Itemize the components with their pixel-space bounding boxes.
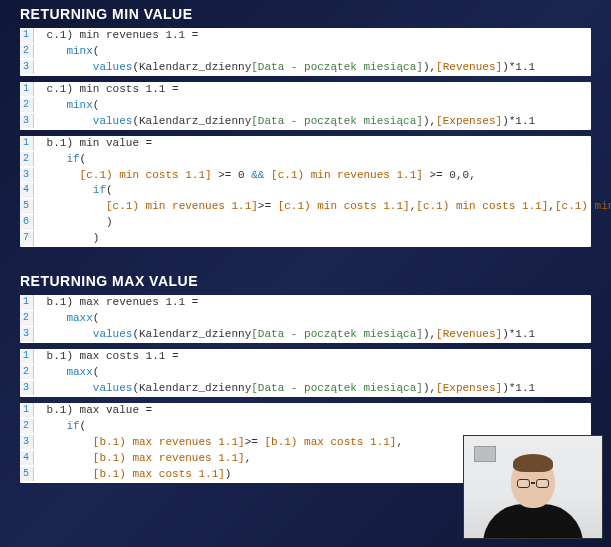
token-kw: && xyxy=(251,169,264,181)
token-fn: values xyxy=(93,328,133,340)
token-fn: minx xyxy=(66,45,92,57)
line-number: 3 xyxy=(20,327,34,342)
code-line: 4 if( xyxy=(20,183,591,199)
token-ref: [c.1) min costs 1.1] xyxy=(80,169,212,181)
line-number: 2 xyxy=(20,419,34,434)
token-ref: [Revenues] xyxy=(436,61,502,73)
token-num: 1.1 xyxy=(515,61,535,73)
code-line: 2 maxx( xyxy=(20,365,591,381)
line-number: 1 xyxy=(20,295,34,310)
token-fn: maxx xyxy=(66,312,92,324)
token-col: [Data - początek miesiąca] xyxy=(251,115,423,127)
code-content: values(Kalendarz_dzienny[Data - początek… xyxy=(34,381,535,397)
token-fn: if xyxy=(66,420,79,432)
code-content: b.1) max costs 1.1 = xyxy=(34,349,185,365)
min-section: 1 c.1) min revenues 1.1 = 2 minx(3 value… xyxy=(0,28,611,247)
webcam-overlay xyxy=(463,435,603,539)
code-line: 6 ) xyxy=(20,215,591,231)
code-line: 1 b.1) max revenues 1.1 = xyxy=(20,295,591,311)
code-content: [b.1) max revenues 1.1]>= [b.1) max cost… xyxy=(34,435,403,451)
token-ref: [c.1) min costs 1.1] xyxy=(278,200,410,212)
code-line: 2 minx( xyxy=(20,44,591,60)
code-content: c.1) min revenues 1.1 = xyxy=(34,28,205,44)
token-ref: [Expenses] xyxy=(436,382,502,394)
code-content: [c.1) min costs 1.1] >= 0 && [c.1) min r… xyxy=(34,168,476,184)
section-title-max: RETURNING MAX VALUE xyxy=(0,267,611,295)
token-col: [Data - początek miesiąca] xyxy=(251,61,423,73)
code-line: 2 if( xyxy=(20,419,591,435)
code-content: values(Kalendarz_dzienny[Data - początek… xyxy=(34,60,535,76)
code-content: [b.1) max revenues 1.1], xyxy=(34,451,251,467)
line-number: 3 xyxy=(20,381,34,396)
code-line: 1 b.1) min value = xyxy=(20,136,591,152)
token-ref: [Expenses] xyxy=(436,115,502,127)
code-content: ) xyxy=(34,215,113,231)
code-line: 3 values(Kalendarz_dzienny[Data - począt… xyxy=(20,381,591,397)
code-line: 1 b.1) max value = xyxy=(20,403,591,419)
token-fn: values xyxy=(93,382,133,394)
code-line: 2 if( xyxy=(20,152,591,168)
code-line: 3 values(Kalendarz_dzienny[Data - począt… xyxy=(20,114,591,130)
token-num: 0 xyxy=(463,169,470,181)
code-line: 2 maxx( xyxy=(20,311,591,327)
code-line: 7 ) xyxy=(20,231,591,247)
token-fn: minx xyxy=(66,99,92,111)
line-number: 4 xyxy=(20,451,34,466)
code-content: [b.1) max costs 1.1]) xyxy=(34,467,231,483)
code-content: maxx( xyxy=(34,365,99,381)
token-ref: [b.1) max revenues 1.1] xyxy=(93,452,245,464)
line-number: 7 xyxy=(20,231,34,246)
code-content: if( xyxy=(34,419,86,435)
code-line: 5 [c.1) min revenues 1.1]>= [c.1) min co… xyxy=(20,199,591,215)
token-ref: [c.1) min costs 1.1] xyxy=(416,200,548,212)
token-ref: [c.1) min revenues 1.1] xyxy=(271,169,423,181)
code-content: if( xyxy=(34,183,113,199)
token-ref: [Revenues] xyxy=(436,328,502,340)
code-block: 1 b.1) min value = 2 if(3 [c.1) min cost… xyxy=(20,136,591,248)
line-number: 4 xyxy=(20,183,34,198)
token-ref: [b.1) max costs 1.1] xyxy=(93,468,225,480)
presenter xyxy=(478,456,588,539)
line-number: 1 xyxy=(20,82,34,97)
line-number: 3 xyxy=(20,435,34,450)
line-number: 2 xyxy=(20,44,34,59)
line-number: 2 xyxy=(20,365,34,380)
code-line: 2 minx( xyxy=(20,98,591,114)
code-line: 1 b.1) max costs 1.1 = xyxy=(20,349,591,365)
token-fn: values xyxy=(93,115,133,127)
code-block: 1 b.1) max revenues 1.1 = 2 maxx(3 value… xyxy=(20,295,591,343)
line-number: 1 xyxy=(20,28,34,43)
code-block: 1 b.1) max costs 1.1 = 2 maxx(3 values(K… xyxy=(20,349,591,397)
line-number: 2 xyxy=(20,98,34,113)
line-number: 1 xyxy=(20,349,34,364)
line-number: 3 xyxy=(20,168,34,183)
token-ref: [c.1) min revenues 1.1] xyxy=(555,200,611,212)
line-number: 6 xyxy=(20,215,34,230)
code-content: maxx( xyxy=(34,311,99,327)
token-num: 0 xyxy=(449,169,456,181)
line-number: 2 xyxy=(20,152,34,167)
code-block: 1 c.1) min revenues 1.1 = 2 minx(3 value… xyxy=(20,28,591,76)
token-fn: if xyxy=(66,153,79,165)
line-number: 5 xyxy=(20,199,34,214)
code-line: 1 c.1) min revenues 1.1 = xyxy=(20,28,591,44)
line-number: 3 xyxy=(20,114,34,129)
token-fn: maxx xyxy=(66,366,92,378)
token-col: [Data - początek miesiąca] xyxy=(251,382,423,394)
line-number: 5 xyxy=(20,467,34,482)
token-fn: if xyxy=(93,184,106,196)
code-content: c.1) min costs 1.1 = xyxy=(34,82,185,98)
token-num: 1.1 xyxy=(515,115,535,127)
code-content: b.1) min value = xyxy=(34,136,159,152)
line-number: 3 xyxy=(20,60,34,75)
token-ref: [c.1) min revenues 1.1] xyxy=(106,200,258,212)
code-content: minx( xyxy=(34,44,99,60)
token-num: 1.1 xyxy=(515,382,535,394)
token-ref: [b.1) max costs 1.1] xyxy=(264,436,396,448)
code-block: 1 c.1) min costs 1.1 = 2 minx(3 values(K… xyxy=(20,82,591,130)
token-col: [Data - początek miesiąca] xyxy=(251,328,423,340)
code-content: ) xyxy=(34,231,99,247)
token-ref: [b.1) max revenues 1.1] xyxy=(93,436,245,448)
code-content: b.1) max value = xyxy=(34,403,159,419)
glasses-icon xyxy=(517,478,549,488)
